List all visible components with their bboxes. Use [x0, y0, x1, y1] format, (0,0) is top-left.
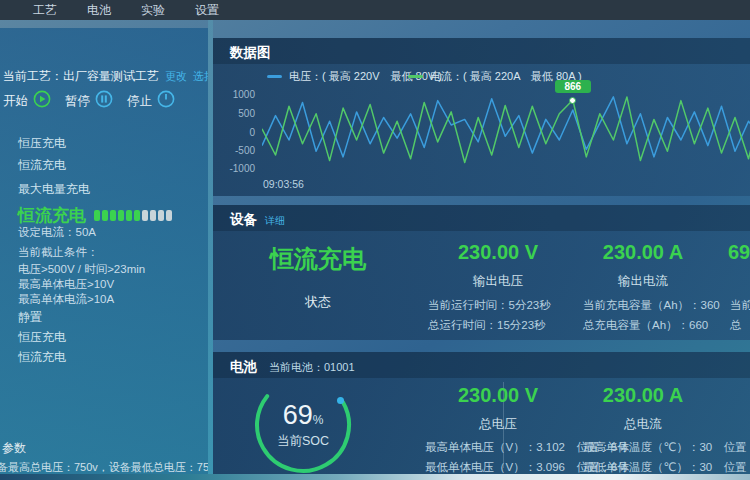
- step-item[interactable]: 静置: [18, 309, 42, 326]
- current-process-label: 当前工艺：出厂容量测试工艺: [3, 69, 159, 83]
- device-detail-link[interactable]: 详细: [265, 214, 285, 228]
- cutoff-condition: 电压>500V / 时间>23min: [18, 262, 145, 277]
- data-chart-panel: 数据图 电压：( 最高 220V 最低 80V ) 电流：( 最高 220A 最…: [213, 38, 750, 196]
- battery-metric-voltage: 230.00 V 总电压: [418, 384, 578, 433]
- y-tick: 1000: [221, 89, 255, 100]
- device-clipped-rows: 当前 总: [730, 295, 750, 335]
- y-tick: 500: [221, 108, 255, 119]
- device-panel-title: 设备: [230, 211, 257, 229]
- device-capacity-rows: 当前充电容量（Ah）：360 总充电容量（Ah）：660: [583, 295, 720, 335]
- y-tick: -500: [221, 145, 255, 156]
- pause-icon: [95, 90, 113, 112]
- stop-button[interactable]: 停止: [127, 90, 175, 112]
- cutoff-condition: 最高单体电压>10V: [18, 277, 114, 292]
- y-tick: 0: [221, 127, 255, 138]
- chart-tooltip-dot-icon: [569, 97, 576, 104]
- device-status-value: 恒流充电: [233, 243, 403, 275]
- step-item[interactable]: 恒压充电: [18, 135, 66, 152]
- current-swatch-icon: [408, 75, 423, 78]
- device-panel: 设备 详细 恒流充电 状态 230.00 V 输出电压 当前运行时间：5分23秒…: [213, 205, 750, 340]
- active-step-label: 恒流充电: [18, 204, 86, 227]
- menu-item-experiment[interactable]: 实验: [141, 2, 165, 19]
- battery-cell-temp-rows: 最高单体温度（℃）：30 位置：5号 最低单体温度（℃）：30 位置：6号: [583, 437, 750, 477]
- change-process-link[interactable]: 更改: [165, 70, 187, 82]
- main-content: 数据图 电压：( 最高 220V 最低 80V ) 电流：( 最高 220A 最…: [213, 0, 745, 480]
- device-metric-current: 230.00 A 输出电流: [563, 241, 723, 290]
- power-icon: [157, 90, 175, 112]
- process-sidebar: 当前工艺：出厂容量测试工艺更改选择 开始 暂停 停止: [0, 28, 208, 480]
- voltage-swatch-icon: [267, 75, 282, 78]
- params-title: 参数: [0, 440, 208, 457]
- menu-item-process[interactable]: 工艺: [33, 2, 57, 19]
- play-icon: [33, 90, 51, 112]
- soc-label: 当前SOC: [248, 433, 358, 450]
- chart-legend: 电压：( 最高 220V 最低 80V ) 电流：( 最高 220A 最低 80…: [213, 69, 750, 83]
- start-button[interactable]: 开始: [3, 90, 51, 112]
- y-tick: -1000: [221, 163, 255, 174]
- chart-panel-header: [213, 38, 750, 64]
- run-controls: 开始 暂停 停止: [3, 90, 175, 112]
- battery-test-app: 工艺 电池 实验 设置 当前工艺：出厂容量测试工艺更改选择 开始 暂停: [0, 0, 750, 480]
- step-item[interactable]: 恒压充电: [18, 329, 66, 346]
- device-metric-voltage: 230.00 V 输出电压: [418, 241, 578, 290]
- select-process-link[interactable]: 选择: [193, 70, 208, 82]
- active-step-row[interactable]: 恒流充电: [18, 204, 172, 227]
- cutoff-title: 当前截止条件：: [18, 245, 99, 260]
- chart-panel-title: 数据图: [230, 44, 271, 62]
- line-chart[interactable]: [262, 95, 750, 173]
- bottom-strip: [0, 474, 750, 480]
- chart-tooltip: 866: [555, 80, 591, 93]
- soc-value: 69: [283, 400, 313, 430]
- cutoff-condition: 最高单体电流>10A: [18, 292, 114, 307]
- step-item[interactable]: 恒流充电: [18, 157, 66, 174]
- device-metric-clipped: 69: [718, 241, 750, 264]
- soc-gauge: 69% 当前SOC: [248, 370, 358, 478]
- set-current-text: 设定电流：50A: [18, 225, 96, 240]
- x-axis-start-time: 09:03:56: [263, 178, 304, 190]
- step-progress-blocks: [94, 210, 172, 221]
- battery-metric-current: 230.00 A 总电流: [563, 384, 723, 433]
- device-status-label: 状态: [233, 293, 403, 311]
- current-process-row: 当前工艺：出厂容量测试工艺更改选择: [3, 68, 208, 85]
- battery-panel: 电池 当前电池：01001 69% 当前SOC 230.00 V 总电压 最高单…: [213, 352, 750, 478]
- pause-button[interactable]: 暂停: [65, 90, 113, 112]
- device-panel-header: [213, 205, 750, 231]
- device-runtime-rows: 当前运行时间：5分23秒 总运行时间：15分23秒: [428, 295, 551, 335]
- menu-item-battery[interactable]: 电池: [87, 2, 111, 19]
- step-item[interactable]: 恒流充电: [18, 349, 66, 366]
- soc-unit: %: [313, 413, 324, 427]
- step-item[interactable]: 最大电量充电: [18, 181, 90, 198]
